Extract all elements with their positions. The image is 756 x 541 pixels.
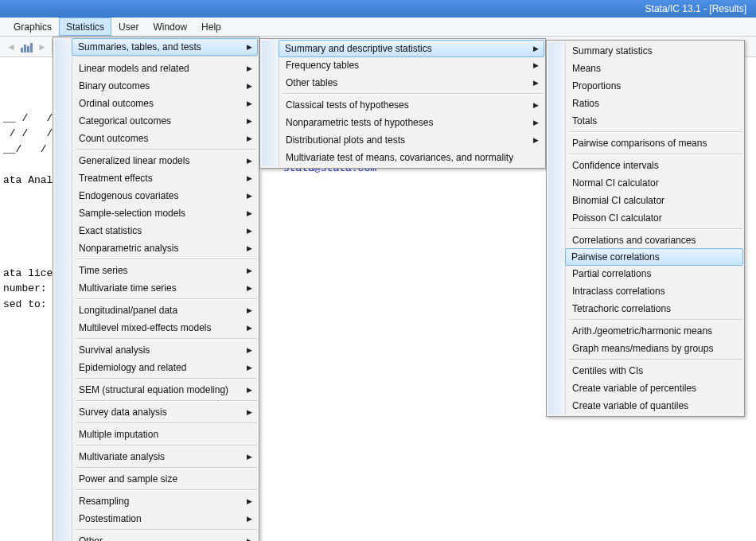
statistics-menu-item[interactable]: Exact statistics▶: [72, 222, 257, 239]
statistics-menu-item[interactable]: Categorical outcomes▶: [72, 112, 257, 130]
descriptive-menu-item[interactable]: Means: [566, 60, 742, 77]
summaries-menu-item[interactable]: Multivariate test of means, covariances,…: [279, 149, 544, 166]
descriptive-menu-item[interactable]: Pairwise correlations: [565, 248, 743, 266]
statistics-menu-item[interactable]: Epidemiology and related▶: [72, 359, 257, 376]
statistics-menu-item[interactable]: Ordinal outcomes▶: [72, 95, 257, 112]
statistics-menu-item[interactable]: Other▶: [72, 532, 257, 541]
descriptive-menu-item[interactable]: Correlations and covariances: [566, 232, 742, 249]
submenu-arrow-icon: ▶: [247, 82, 252, 90]
statistics-menu-item-label: Linear models and related: [79, 63, 189, 74]
summaries-menu-item[interactable]: Nonparametric tests of hypotheses▶: [279, 114, 544, 131]
statistics-menu-item[interactable]: Treatment effects▶: [72, 169, 257, 187]
toolbar-next-icon[interactable]: ►: [37, 41, 47, 53]
menu-window[interactable]: Window: [146, 18, 194, 36]
descriptive-menu-item-label: Means: [572, 63, 601, 74]
submenu-arrow-icon: ▶: [533, 45, 539, 53]
summaries-menu-item[interactable]: Distributional plots and tests▶: [279, 131, 544, 149]
submenu-arrow-icon: ▶: [533, 79, 539, 87]
statistics-menu-item[interactable]: Multivariate analysis▶: [72, 448, 257, 465]
statistics-menu-item[interactable]: Resampling▶: [72, 492, 257, 510]
descriptive-menu-item[interactable]: Poisson CI calculator: [566, 209, 742, 227]
submenu-arrow-icon: ▶: [247, 209, 252, 217]
statistics-menu-item[interactable]: Survey data analysis▶: [72, 403, 257, 421]
statistics-menu-item[interactable]: Survival analysis▶: [72, 341, 257, 359]
menu-user[interactable]: User: [111, 18, 146, 36]
titlebar: Stata/IC 13.1 - [Results]: [0, 0, 756, 18]
statistics-menu-item[interactable]: Multiple imputation: [72, 426, 257, 443]
descriptive-menu-item[interactable]: Centiles with CIs: [566, 362, 742, 379]
summaries-menu-item[interactable]: Frequency tables▶: [279, 56, 544, 74]
statistics-menu-item-label: Generalized linear models: [79, 155, 189, 166]
statistics-menu-separator: [76, 298, 257, 300]
toolbar-prev-icon[interactable]: ◄: [6, 41, 16, 53]
statistics-menu-item[interactable]: Multivariate time series▶: [72, 279, 257, 297]
statistics-menu-item[interactable]: Postestimation▶: [72, 510, 257, 527]
statistics-menu-item[interactable]: Generalized linear models▶: [72, 152, 257, 169]
descriptive-menu-item[interactable]: Pairwise comparisons of means: [566, 134, 742, 152]
summaries-menu-item-label: Other tables: [286, 77, 337, 88]
statistics-menu-item[interactable]: Binary outcomes▶: [72, 77, 257, 95]
statistics-menu-item-label: Time series: [79, 265, 128, 276]
statistics-menu-item[interactable]: Endogenous covariates▶: [72, 187, 257, 204]
descriptive-menu-item[interactable]: Partial correlations: [566, 265, 742, 282]
descriptive-menu-item[interactable]: Graph means/medians by groups: [566, 340, 742, 357]
statistics-menu-item[interactable]: Linear models and related▶: [72, 60, 257, 77]
descriptive-menu-item[interactable]: Create variable of percentiles: [566, 379, 742, 397]
statistics-menu-item-label: Nonparametric analysis: [79, 243, 178, 254]
descriptive-menu-item-label: Tetrachoric correlations: [572, 303, 671, 314]
menu-gutter: [262, 41, 279, 166]
descriptive-menu-item-label: Partial correlations: [572, 268, 651, 279]
menu-graphics[interactable]: Graphics: [6, 18, 59, 36]
statistics-menu-item[interactable]: Longitudinal/panel data▶: [72, 302, 257, 319]
statistics-menu-item-label: Exact statistics: [79, 225, 142, 236]
statistics-menu-item[interactable]: SEM (structural equation modeling)▶: [72, 381, 257, 399]
descriptive-menu-item[interactable]: Binomial CI calculator: [566, 192, 742, 209]
summaries-menu-item-label: Frequency tables: [286, 60, 359, 71]
descriptive-menu-item[interactable]: Create variable of quantiles: [566, 397, 742, 415]
descriptive-menu-item[interactable]: Intraclass correlations: [566, 282, 742, 300]
statistics-menu-separator: [76, 338, 257, 340]
descriptive-menu-item[interactable]: Totals: [566, 112, 742, 130]
statistics-menu-item-label: Summaries, tables, and tests: [78, 41, 201, 53]
statistics-menu-separator: [76, 422, 257, 424]
menu-help[interactable]: Help: [194, 18, 228, 36]
summaries-menu-item[interactable]: Classical tests of hypotheses▶: [279, 96, 544, 114]
statistics-menu-item-label: Survival analysis: [79, 344, 150, 356]
descriptive-menu-item-label: Poisson CI calculator: [572, 212, 662, 224]
menu-gutter: [55, 39, 72, 541]
toolbar-chart-icon[interactable]: [21, 41, 33, 53]
statistics-menu-item-label: Treatment effects: [79, 173, 153, 184]
summaries-menu-item-label: Nonparametric tests of hypotheses: [286, 117, 433, 128]
descriptive-menu-separator: [569, 154, 742, 155]
descriptive-menu-item-label: Create variable of percentiles: [572, 383, 696, 394]
descriptive-menu-item[interactable]: Arith./geometric/harmonic means: [566, 322, 742, 340]
descriptive-menu-item[interactable]: Normal CI calculator: [566, 174, 742, 192]
statistics-menu-item[interactable]: Summaries, tables, and tests▶: [72, 38, 258, 56]
submenu-summary-descriptive: Summary statisticsMeansProportionsRatios…: [546, 40, 745, 417]
statistics-menu-item[interactable]: Multilevel mixed-effects models▶: [72, 319, 257, 337]
statistics-menu-item[interactable]: Time series▶: [72, 262, 257, 279]
statistics-menu-item[interactable]: Nonparametric analysis▶: [72, 239, 257, 257]
submenu-arrow-icon: ▶: [247, 64, 252, 72]
submenu-arrow-icon: ▶: [247, 324, 252, 332]
descriptive-menu-separator: [569, 319, 742, 321]
summaries-menu-item[interactable]: Summary and descriptive statistics▶: [279, 40, 544, 57]
statistics-menu-item-label: Longitudinal/panel data: [79, 305, 177, 316]
submenu-arrow-icon: ▶: [247, 174, 252, 182]
summaries-menu-item-label: Classical tests of hypotheses: [286, 99, 409, 111]
statistics-menu-item[interactable]: Power and sample size: [72, 470, 257, 488]
statistics-menu-item-label: Binary outcomes: [79, 80, 150, 91]
statistics-menu-item-label: Multivariate time series: [79, 282, 177, 294]
descriptive-menu-item[interactable]: Ratios: [566, 95, 742, 112]
descriptive-menu-item[interactable]: Tetrachoric correlations: [566, 300, 742, 317]
statistics-menu-item[interactable]: Sample-selection models▶: [72, 204, 257, 222]
summaries-menu-item[interactable]: Other tables▶: [279, 74, 544, 91]
descriptive-menu-item[interactable]: Confidence intervals: [566, 157, 742, 174]
descriptive-menu-item[interactable]: Summary statistics: [566, 42, 742, 60]
menu-statistics[interactable]: Statistics: [59, 18, 111, 36]
submenu-arrow-icon: ▶: [247, 157, 252, 165]
descriptive-menu-item[interactable]: Proportions: [566, 77, 742, 95]
statistics-menu-item[interactable]: Count outcomes▶: [72, 130, 257, 147]
submenu-arrow-icon: ▶: [247, 117, 252, 125]
submenu-arrow-icon: ▶: [247, 267, 252, 274]
